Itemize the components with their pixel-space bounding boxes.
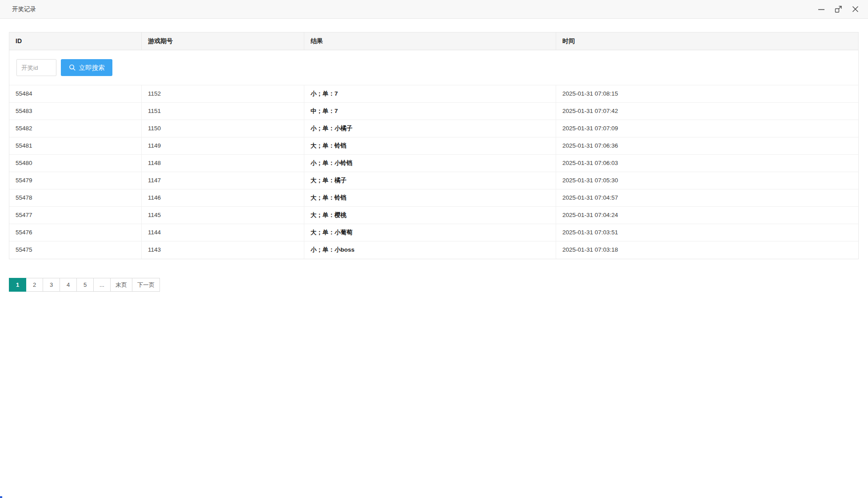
cell-time: 2025-01-31 07:07:09: [556, 120, 858, 137]
table-row: 554771145大；单：樱桃2025-01-31 07:04:24: [9, 207, 858, 224]
minimize-icon: [818, 6, 825, 13]
cell-time: 2025-01-31 07:03:18: [556, 241, 858, 259]
cell-result: 中；单：7: [304, 103, 556, 120]
column-header: 时间: [556, 32, 858, 50]
page-button-3[interactable]: 3: [43, 278, 60, 292]
table-row: 554841152小；单：72025-01-31 07:08:15: [9, 85, 858, 103]
cell-id: 55479: [9, 172, 142, 189]
cell-period: 1145: [142, 207, 304, 224]
column-header: ID: [9, 32, 142, 50]
cell-id: 55480: [9, 155, 142, 172]
minimize-button[interactable]: [815, 3, 828, 16]
cell-id: 55482: [9, 120, 142, 137]
cell-result: 大；单：铃铛: [304, 189, 556, 206]
table-row: 554821150小；单：小橘子2025-01-31 07:07:09: [9, 120, 858, 137]
cell-period: 1143: [142, 241, 304, 259]
column-header: 游戏期号: [142, 32, 304, 50]
table-row: 554781146大；单：铃铛2025-01-31 07:04:57: [9, 189, 858, 207]
table-row: 554751143小；单：小boss2025-01-31 07:03:18: [9, 241, 858, 259]
maximize-button[interactable]: [832, 3, 845, 16]
cell-period: 1152: [142, 85, 304, 102]
window-controls: [815, 3, 862, 16]
cell-result: 大；单：铃铛: [304, 137, 556, 154]
corner-artifact: [0, 496, 2, 498]
cell-time: 2025-01-31 07:06:03: [556, 155, 858, 172]
close-icon: [852, 6, 859, 12]
cell-period: 1151: [142, 103, 304, 120]
next-page-button[interactable]: 下一页: [132, 278, 160, 292]
table-row: 554761144大；单：小葡萄2025-01-31 07:03:51: [9, 224, 858, 241]
table-row: 554831151中；单：72025-01-31 07:07:42: [9, 103, 858, 120]
table-body: 554841152小；单：72025-01-31 07:08:155548311…: [9, 85, 858, 259]
main-content: ID游戏期号结果时间 立即搜索 554841152小；单：72025-01-31…: [0, 19, 868, 292]
cell-id: 55478: [9, 189, 142, 206]
records-table: ID游戏期号结果时间 立即搜索 554841152小；单：72025-01-31…: [9, 32, 859, 259]
window-title: 开奖记录: [12, 5, 36, 13]
cell-period: 1146: [142, 189, 304, 206]
table-row: 554811149大；单：铃铛2025-01-31 07:06:36: [9, 137, 858, 155]
cell-time: 2025-01-31 07:08:15: [556, 85, 858, 102]
cell-time: 2025-01-31 07:05:30: [556, 172, 858, 189]
search-row: 立即搜索: [9, 50, 858, 85]
search-icon: [69, 64, 76, 71]
last-page-button[interactable]: 末页: [110, 278, 132, 292]
cell-id: 55477: [9, 207, 142, 224]
page-button-4[interactable]: 4: [60, 278, 77, 292]
table-row: 554801148小；单：小铃铛2025-01-31 07:06:03: [9, 155, 858, 172]
page-button-1[interactable]: 1: [9, 278, 26, 292]
cell-period: 1144: [142, 224, 304, 241]
cell-period: 1150: [142, 120, 304, 137]
cell-time: 2025-01-31 07:04:57: [556, 189, 858, 206]
cell-id: 55475: [9, 241, 142, 259]
cell-id: 55481: [9, 137, 142, 154]
pagination: 12345...末页下一页: [9, 278, 859, 292]
cell-period: 1148: [142, 155, 304, 172]
cell-id: 55476: [9, 224, 142, 241]
cell-time: 2025-01-31 07:03:51: [556, 224, 858, 241]
expand-icon: [835, 5, 842, 13]
page-button-...[interactable]: ...: [93, 278, 111, 292]
cell-id: 55484: [9, 85, 142, 102]
close-button[interactable]: [848, 3, 862, 16]
cell-id: 55483: [9, 103, 142, 120]
cell-result: 小；单：7: [304, 85, 556, 102]
titlebar: 开奖记录: [0, 0, 868, 19]
page-button-2[interactable]: 2: [26, 278, 43, 292]
search-input[interactable]: [16, 59, 56, 76]
cell-period: 1149: [142, 137, 304, 154]
table-row: 554791147大；单：橘子2025-01-31 07:05:30: [9, 172, 858, 189]
cell-result: 大；单：橘子: [304, 172, 556, 189]
cell-result: 大；单：小葡萄: [304, 224, 556, 241]
table-header: ID游戏期号结果时间: [9, 32, 858, 50]
cell-result: 小；单：小boss: [304, 241, 556, 259]
cell-period: 1147: [142, 172, 304, 189]
page-button-5[interactable]: 5: [76, 278, 94, 292]
search-button-label: 立即搜索: [79, 64, 105, 72]
cell-result: 小；单：小橘子: [304, 120, 556, 137]
cell-time: 2025-01-31 07:07:42: [556, 103, 858, 120]
cell-result: 小；单：小铃铛: [304, 155, 556, 172]
cell-time: 2025-01-31 07:04:24: [556, 207, 858, 224]
search-button[interactable]: 立即搜索: [61, 59, 112, 76]
cell-time: 2025-01-31 07:06:36: [556, 137, 858, 154]
column-header: 结果: [304, 32, 556, 50]
cell-result: 大；单：樱桃: [304, 207, 556, 224]
